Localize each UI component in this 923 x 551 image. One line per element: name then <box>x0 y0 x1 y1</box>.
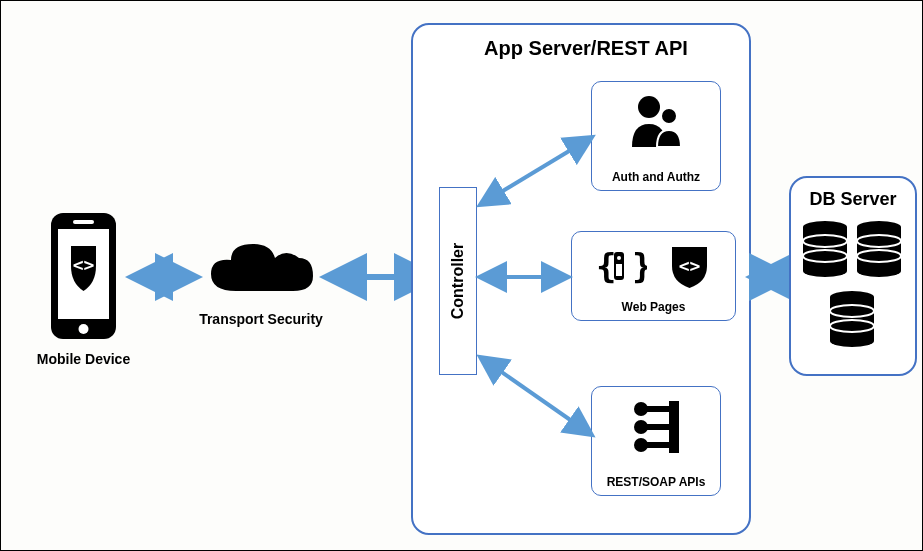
svg-point-2 <box>79 324 89 334</box>
arrow-controller-rest <box>477 351 597 441</box>
controller-box: Controller <box>439 187 477 375</box>
svg-text:<>: <> <box>679 255 701 276</box>
svg-point-38 <box>830 335 874 347</box>
arrow-appserver-db <box>751 267 791 287</box>
web-pages-box: { } <> Web Pages <box>571 231 736 321</box>
svg-text:{: { <box>596 246 616 286</box>
svg-text:}: } <box>632 246 647 286</box>
arrow-controller-auth <box>477 131 597 211</box>
code-shield-icon: <> <box>667 244 712 289</box>
db-cylinders-icon <box>799 216 907 366</box>
svg-line-24 <box>483 359 589 433</box>
svg-text:<>: <> <box>73 254 95 275</box>
svg-rect-3 <box>73 220 94 224</box>
svg-point-33 <box>857 265 901 277</box>
braces-icon: { } <box>592 244 647 289</box>
people-icon <box>627 92 687 152</box>
auth-authz-box: Auth and Authz <box>591 81 721 191</box>
arrow-controller-web <box>477 267 572 287</box>
appserver-title: App Server/REST API <box>471 37 701 60</box>
svg-point-7 <box>638 96 660 118</box>
svg-line-22 <box>483 139 589 203</box>
cloud-icon <box>201 236 321 306</box>
web-pages-label: Web Pages <box>572 300 735 314</box>
svg-rect-19 <box>645 406 671 412</box>
transport-security-label: Transport Security <box>186 311 336 327</box>
mobile-device-label: Mobile Device <box>21 351 146 367</box>
svg-point-28 <box>803 265 847 277</box>
svg-rect-21 <box>645 442 671 448</box>
api-connector-icon <box>627 397 687 457</box>
rest-soap-label: REST/SOAP APIs <box>592 475 720 489</box>
controller-label: Controller <box>449 243 467 319</box>
rest-soap-box: REST/SOAP APIs <box>591 386 721 496</box>
db-server-title: DB Server <box>794 189 912 210</box>
svg-rect-13 <box>616 264 622 276</box>
svg-rect-20 <box>645 424 671 430</box>
mobile-device-icon: <> <box>41 211 126 341</box>
arrow-mobile-cloud <box>129 267 199 287</box>
svg-point-8 <box>661 108 677 124</box>
svg-point-12 <box>617 256 621 260</box>
auth-authz-label: Auth and Authz <box>592 170 720 184</box>
